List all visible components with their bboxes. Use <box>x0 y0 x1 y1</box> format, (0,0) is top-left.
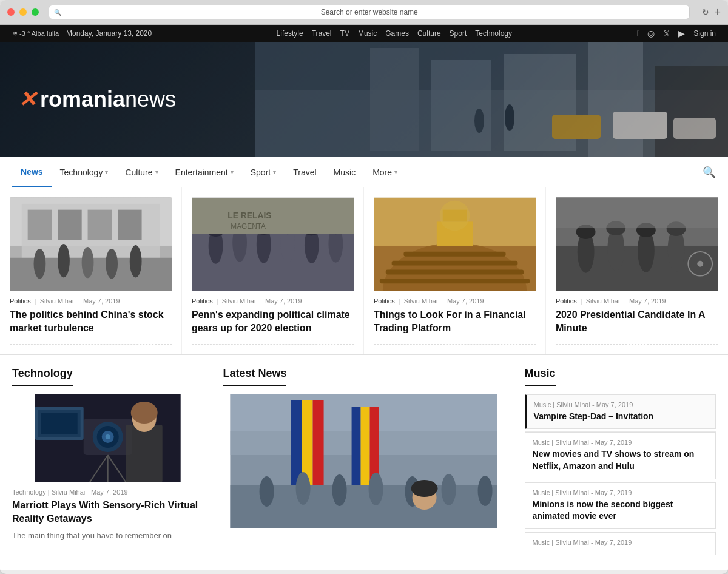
music-item-1[interactable]: Music | Silviu Mihai - May 7, 2019 Vampi… <box>525 394 716 430</box>
music-item-3[interactable]: Music | Silviu Mihai - May 7, 2019 Minio… <box>525 482 716 529</box>
nav-item-technology[interactable]: Technology ▾ <box>52 157 117 187</box>
tech-date: May 7, 2019 <box>91 488 128 496</box>
svg-point-95 <box>369 473 383 505</box>
topbar-nav-tv[interactable]: TV <box>340 29 349 38</box>
svg-point-22 <box>82 247 94 278</box>
topbar-nav: Lifestyle Travel TV Music Games Culture … <box>277 29 512 38</box>
youtube-icon[interactable]: ▶ <box>678 29 685 38</box>
music-item-2[interactable]: Music | Silviu Mihai - May 7, 2019 New m… <box>525 432 716 479</box>
svg-point-23 <box>106 249 118 279</box>
topbar-nav-sport[interactable]: Sport <box>450 29 467 38</box>
nav-label-sport: Sport <box>251 167 271 177</box>
svg-point-72 <box>106 434 110 439</box>
article-image-2: LE RELAIS MAGENTA <box>192 197 354 291</box>
technology-image <box>12 394 203 482</box>
latest-news-image <box>223 394 505 528</box>
topbar-left: ≋ -3 ° Alba Iulia Monday, January 13, 20… <box>12 29 152 38</box>
nav-item-music[interactable]: Music <box>325 157 365 187</box>
music-item-4-category: Music <box>533 539 550 546</box>
article-title-2[interactable]: Penn's expanding political climate gears… <box>192 308 354 336</box>
article-image-4 <box>556 197 718 291</box>
svg-point-97 <box>442 474 456 505</box>
svg-rect-81 <box>41 413 78 434</box>
svg-rect-18 <box>118 210 142 240</box>
music-item-1-title[interactable]: Vampire Step-Dad – Invitation <box>534 411 708 423</box>
chevron-down-icon: ▾ <box>105 169 108 175</box>
article-card-4[interactable]: Politics | Silviu Mihai - May 7, 2019 20… <box>546 187 728 354</box>
facebook-icon[interactable]: f <box>636 29 639 38</box>
article-card-3[interactable]: Politics | Silviu Mihai - May 7, 2019 Th… <box>364 187 546 354</box>
article-author-3: Silviu Mihai <box>404 297 438 305</box>
chevron-down-icon: ▾ <box>155 169 158 175</box>
topbar-nav-games[interactable]: Games <box>385 29 409 38</box>
new-tab-icon[interactable]: + <box>714 6 721 19</box>
article-meta-1: Politics | Silviu Mihai - May 7, 2019 <box>10 297 172 305</box>
svg-rect-15 <box>28 210 52 240</box>
logo-news-text: news <box>125 87 176 112</box>
minimize-icon[interactable] <box>19 8 27 16</box>
main-navigation: News Technology ▾ Culture ▾ Entertainmen… <box>0 157 728 187</box>
maximize-icon[interactable] <box>32 8 39 16</box>
url-bar[interactable]: Search or enter website name <box>49 5 690 19</box>
twitter-icon[interactable]: 𝕏 <box>663 29 670 38</box>
nav-label-news: News <box>21 167 43 177</box>
article-title-3[interactable]: Things to Look For in a Financial Tradin… <box>374 308 536 336</box>
music-item-3-category: Music <box>533 489 550 496</box>
music-item-2-title[interactable]: New movies and TV shows to stream on Net… <box>533 448 708 472</box>
header-scene-art <box>255 42 728 157</box>
svg-rect-47 <box>392 261 518 266</box>
article-meta-2: Politics | Silviu Mihai - May 7, 2019 <box>192 297 354 305</box>
article-author-2: Silviu Mihai <box>222 297 256 305</box>
site-logo[interactable]: ✕romanianews <box>18 87 176 112</box>
tech-category: Technology <box>12 488 46 496</box>
svg-rect-17 <box>88 210 112 240</box>
article-author-1: Silviu Mihai <box>40 297 74 305</box>
nav-item-news[interactable]: News <box>12 157 52 187</box>
logo-romania-text: romania <box>40 87 125 112</box>
topbar-nav-lifestyle[interactable]: Lifestyle <box>277 29 303 38</box>
nav-label-technology: Technology <box>60 167 103 177</box>
topbar-nav-technology[interactable]: Technology <box>475 29 512 38</box>
topbar: ≋ -3 ° Alba Iulia Monday, January 13, 20… <box>0 25 728 42</box>
article-title-1[interactable]: The politics behind China's stock market… <box>10 308 172 336</box>
music-item-2-date: May 7, 2019 <box>595 439 632 446</box>
bottom-sections: Technology <box>0 355 728 570</box>
svg-rect-76 <box>126 425 163 482</box>
topbar-nav-culture[interactable]: Culture <box>417 29 441 38</box>
signin-button[interactable]: Sign in <box>693 29 716 38</box>
svg-rect-39 <box>192 198 354 234</box>
instagram-icon[interactable]: ◎ <box>647 29 655 38</box>
article-category-3: Politics <box>374 297 395 305</box>
music-item-3-title[interactable]: Minions is now the second biggest animat… <box>533 499 708 522</box>
reload-icon[interactable]: ↻ <box>702 7 709 17</box>
nav-item-entertainment[interactable]: Entertainment ▾ <box>167 157 242 187</box>
music-item-2-meta: Music | Silviu Mihai - May 7, 2019 <box>533 439 708 446</box>
svg-rect-66 <box>556 198 718 228</box>
topbar-nav-music[interactable]: Music <box>358 29 377 38</box>
search-icon[interactable]: 🔍 <box>703 166 716 179</box>
svg-point-94 <box>332 474 347 506</box>
music-item-1-category: Music <box>534 401 551 408</box>
technology-article-title[interactable]: Marriott Plays With Sensory-Rich Virtual… <box>12 499 203 526</box>
article-date-3: May 7, 2019 <box>447 297 484 305</box>
music-item-4-meta: Music | Silviu Mihai - May 7, 2019 <box>533 539 708 546</box>
music-item-4[interactable]: Music | Silviu Mihai - May 7, 2019 <box>525 532 716 555</box>
article-card-2[interactable]: LE RELAIS MAGENTA Politics | Silviu Miha… <box>182 187 364 354</box>
article-meta-4: Politics | Silviu Mihai - May 7, 2019 <box>556 297 718 305</box>
url-text: Search or enter website name <box>321 8 418 16</box>
nav-item-culture[interactable]: Culture ▾ <box>116 157 166 187</box>
svg-point-93 <box>296 472 311 505</box>
close-icon[interactable] <box>7 8 15 16</box>
site-content: ≋ -3 ° Alba Iulia Monday, January 13, 20… <box>0 25 728 570</box>
music-item-1-date: May 7, 2019 <box>596 401 633 408</box>
svg-point-52 <box>440 201 470 231</box>
svg-rect-3 <box>431 60 491 151</box>
nav-item-sport[interactable]: Sport ▾ <box>242 157 285 187</box>
article-card-1[interactable]: Politics | Silviu Mihai - May 7, 2019 Th… <box>0 187 182 354</box>
tech-author: Silviu Mihai <box>52 488 86 496</box>
topbar-nav-travel[interactable]: Travel <box>312 29 332 38</box>
nav-item-travel[interactable]: Travel <box>285 157 325 187</box>
article-title-4[interactable]: 2020 Presidential Candidate In A Minute <box>556 308 718 336</box>
nav-item-more[interactable]: More ▾ <box>364 157 406 187</box>
music-item-2-category: Music <box>533 439 550 446</box>
